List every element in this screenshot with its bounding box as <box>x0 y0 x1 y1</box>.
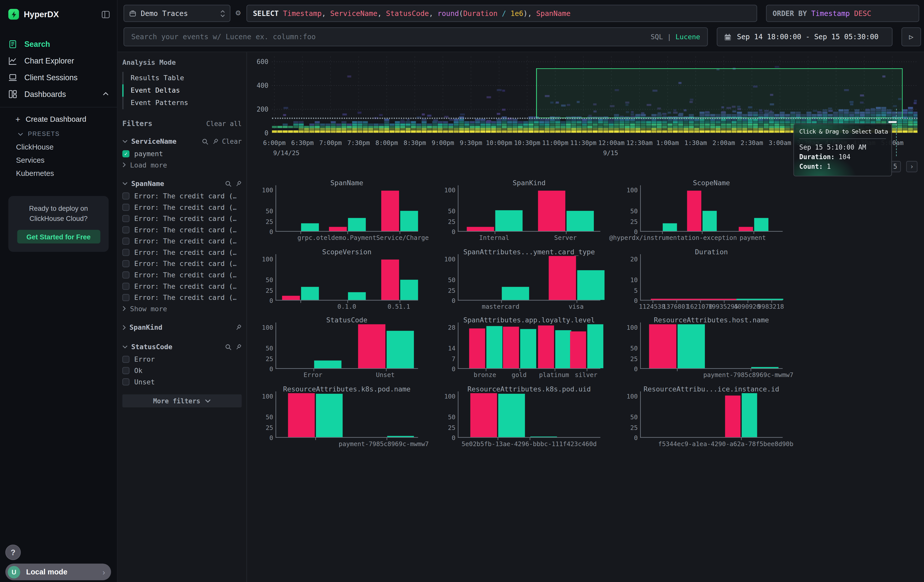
bar-baseline <box>348 292 366 300</box>
filter-option[interactable]: Error: The credit card (… <box>122 280 242 292</box>
checkbox[interactable] <box>122 271 129 278</box>
checkbox[interactable] <box>122 249 129 256</box>
chevron-down-icon[interactable] <box>122 182 127 185</box>
search-icon[interactable] <box>202 138 208 145</box>
search-input[interactable]: Search your events w/ Lucene ex. column:… <box>124 27 708 46</box>
run-query-button[interactable]: ▷ <box>901 27 921 46</box>
sidebar-item-chart-explorer[interactable]: Chart Explorer <box>0 53 117 69</box>
preset-clickhouse[interactable]: ClickHouse <box>0 141 117 154</box>
filter-option-label: Error: The credit card (… <box>134 282 236 290</box>
filter-option[interactable]: Error: The credit card (… <box>122 246 242 258</box>
collapse-sidebar-icon[interactable] <box>101 10 110 18</box>
pin-icon[interactable] <box>235 344 242 350</box>
gear-icon[interactable]: ⚙ <box>233 8 243 18</box>
filter-option[interactable]: Error: The credit card (… <box>122 213 242 224</box>
chevron-down-icon <box>205 399 211 402</box>
filter-option[interactable]: Unset <box>122 376 242 387</box>
bar-baseline <box>301 287 318 300</box>
checkbox[interactable] <box>122 282 129 290</box>
filter-group-label[interactable]: SpanKind <box>130 323 162 331</box>
filter-group-label[interactable]: StatusCode <box>131 343 173 351</box>
x-tick-mark <box>702 232 703 234</box>
checkbox[interactable] <box>122 237 129 244</box>
checkbox-checked[interactable]: ✓ <box>122 150 129 157</box>
local-mode-button[interactable]: U Local mode › <box>5 564 111 580</box>
filter-option[interactable]: Error: The credit card (… <box>122 269 242 280</box>
checkbox[interactable] <box>122 226 129 233</box>
filter-option[interactable]: Error <box>122 353 242 364</box>
search-icon[interactable] <box>225 344 232 350</box>
bar-baseline <box>678 324 705 368</box>
y-tick: 50 <box>622 207 638 214</box>
x-tick-label: Server <box>554 234 577 241</box>
filter-group-label[interactable]: SpanName <box>131 180 164 188</box>
presets-toggle[interactable]: PRESETS <box>0 127 117 141</box>
y-tick: 100 <box>622 392 638 399</box>
source-select[interactable]: Demo Traces <box>124 5 230 22</box>
y-tick: 0 <box>622 297 638 304</box>
lucene-toggle[interactable]: Lucene <box>676 33 700 41</box>
chevron-down-icon[interactable] <box>122 140 127 143</box>
y-tick: 100 <box>440 392 455 399</box>
x-tick-mark <box>347 301 348 303</box>
chevron-right-icon[interactable] <box>122 325 126 330</box>
y-tick: 100 <box>258 186 273 194</box>
sidebar-item-dashboards[interactable]: Dashboards <box>0 86 117 102</box>
help-button[interactable]: ? <box>5 544 21 560</box>
sql-toggle[interactable]: SQL <box>651 33 663 41</box>
checkbox[interactable] <box>122 203 129 211</box>
x-tick-label: grpc.oteldemo.PaymentService/Charge <box>297 234 429 241</box>
more-filters-button[interactable]: More filters <box>122 394 242 407</box>
filter-option[interactable]: Error: The credit card (… <box>122 235 242 246</box>
heatmap-selection-region[interactable] <box>536 68 903 118</box>
checkbox[interactable] <box>122 356 129 363</box>
clear-all-button[interactable]: Clear all <box>206 120 242 127</box>
checkbox[interactable] <box>122 192 129 199</box>
filter-option[interactable]: ✓payment <box>122 148 242 159</box>
create-dashboard-button[interactable]: + Create Dashboard <box>0 112 117 127</box>
analysis-mode-event-deltas[interactable]: Event Deltas <box>122 84 242 97</box>
preset-services[interactable]: Services <box>0 154 117 167</box>
y-tick: 50 <box>440 414 455 420</box>
filter-option[interactable]: Ok <box>122 364 242 376</box>
filter-group-label[interactable]: ServiceName <box>131 137 177 145</box>
bar-selected <box>358 324 385 368</box>
next-page-button[interactable]: › <box>906 161 918 172</box>
search-icon[interactable] <box>225 180 232 187</box>
get-started-button[interactable]: Get Started for Free <box>17 230 100 244</box>
bar-baseline <box>400 280 418 300</box>
pin-icon[interactable] <box>235 324 242 330</box>
load-more-button[interactable]: Load more <box>122 159 242 171</box>
filter-option[interactable]: Error: The credit card (… <box>122 224 242 235</box>
show-more-button[interactable]: Show more <box>122 303 242 314</box>
x-tick-label: payment <box>739 234 766 241</box>
date-range-picker[interactable]: Sep 14 18:00:00 - Sep 15 05:30:00 <box>717 27 893 46</box>
checkbox[interactable] <box>122 214 129 222</box>
sidebar-item-label: Client Sessions <box>24 73 109 82</box>
filter-option[interactable]: Error: The credit card (… <box>122 258 242 269</box>
analysis-mode-event-patterns[interactable]: Event Patterns <box>122 97 242 109</box>
clear-servicename-button[interactable]: Clear <box>222 137 242 145</box>
load-more-label: Load more <box>130 161 167 169</box>
chart-plot <box>458 325 601 369</box>
pin-icon[interactable] <box>235 180 242 187</box>
filter-option[interactable]: Error: The credit card (… <box>122 201 242 213</box>
sidebar-item-search[interactable]: Search <box>0 36 117 53</box>
analysis-mode-results-table[interactable]: Results Table <box>122 72 242 84</box>
chart-plot <box>640 325 782 369</box>
pin-icon[interactable] <box>212 138 219 145</box>
chevron-down-icon[interactable] <box>122 345 127 349</box>
checkbox[interactable] <box>122 378 129 385</box>
preset-kubernetes[interactable]: Kubernetes <box>0 167 117 180</box>
order-by-input[interactable]: ORDER BY Timestamp DESC <box>766 5 919 22</box>
checkbox[interactable] <box>122 260 129 267</box>
filter-option[interactable]: Error: The credit card (… <box>122 190 242 201</box>
filter-option[interactable]: Error: The credit card (… <box>122 292 242 303</box>
select-query-text: SELECT Timestamp, ServiceName, StatusCod… <box>253 9 571 18</box>
select-query-input[interactable]: SELECT Timestamp, ServiceName, StatusCod… <box>246 5 757 22</box>
checkbox[interactable] <box>122 294 129 301</box>
sidebar-item-client-sessions[interactable]: Client Sessions <box>0 69 117 86</box>
x-tick-label: 0.1.0 <box>338 303 356 310</box>
checkbox[interactable] <box>122 367 129 374</box>
chart-title: ResourceAttribu...ice.instance.id <box>640 385 782 393</box>
